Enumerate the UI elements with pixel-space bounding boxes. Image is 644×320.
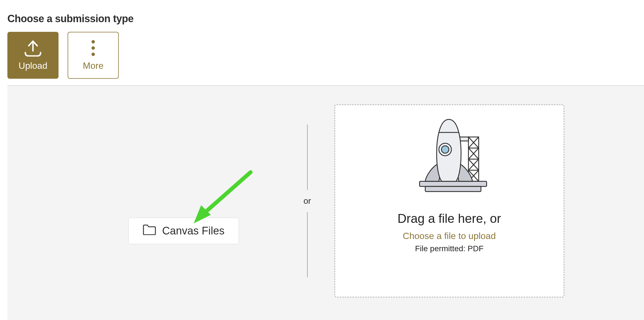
svg-rect-15 bbox=[420, 181, 487, 186]
canvas-files-column: Canvas Files bbox=[86, 158, 282, 244]
svg-point-19 bbox=[441, 146, 449, 153]
more-tab-label: More bbox=[83, 61, 104, 71]
upload-icon bbox=[23, 40, 43, 57]
vertical-divider-top bbox=[307, 124, 308, 190]
svg-rect-16 bbox=[425, 186, 481, 192]
upload-tab[interactable]: Upload bbox=[7, 32, 59, 79]
upload-tab-label: Upload bbox=[18, 61, 47, 71]
choose-file-link[interactable]: Choose a file to upload bbox=[403, 231, 496, 241]
submission-type-tabs: Upload More bbox=[7, 32, 119, 79]
dropzone-title: Drag a file here, or bbox=[397, 211, 501, 226]
upload-panel: Canvas Files or bbox=[7, 86, 644, 320]
canvas-files-label: Canvas Files bbox=[162, 225, 225, 237]
folder-icon bbox=[143, 224, 156, 238]
rocket-illustration-icon bbox=[405, 117, 493, 202]
separator-column: or bbox=[282, 119, 333, 283]
dropzone-column: Drag a file here, or Choose a file to up… bbox=[333, 104, 566, 298]
upload-panel-inner: Canvas Files or bbox=[7, 104, 644, 298]
file-permitted-label: File permitted: PDF bbox=[415, 244, 483, 253]
file-dropzone[interactable]: Drag a file here, or Choose a file to up… bbox=[334, 104, 564, 298]
submission-type-page: Choose a submission type Upload More bbox=[0, 0, 644, 320]
canvas-files-button[interactable]: Canvas Files bbox=[128, 218, 239, 244]
or-label: or bbox=[303, 196, 311, 206]
more-vertical-icon bbox=[91, 40, 95, 57]
section-heading: Choose a submission type bbox=[7, 13, 134, 25]
vertical-divider-bottom bbox=[307, 212, 308, 277]
more-tab[interactable]: More bbox=[68, 32, 119, 79]
svg-line-0 bbox=[202, 172, 251, 215]
